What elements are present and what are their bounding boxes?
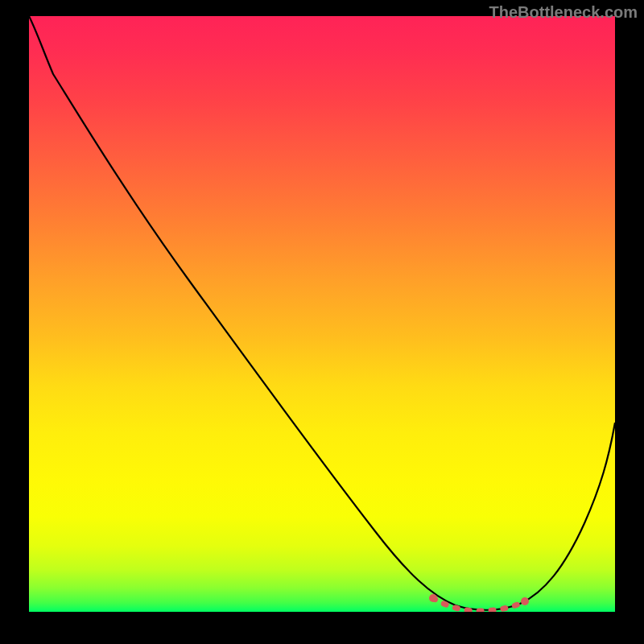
plot-area xyxy=(29,16,615,612)
attribution-text: TheBottleneck.com xyxy=(489,3,638,22)
background-gradient xyxy=(29,16,615,612)
